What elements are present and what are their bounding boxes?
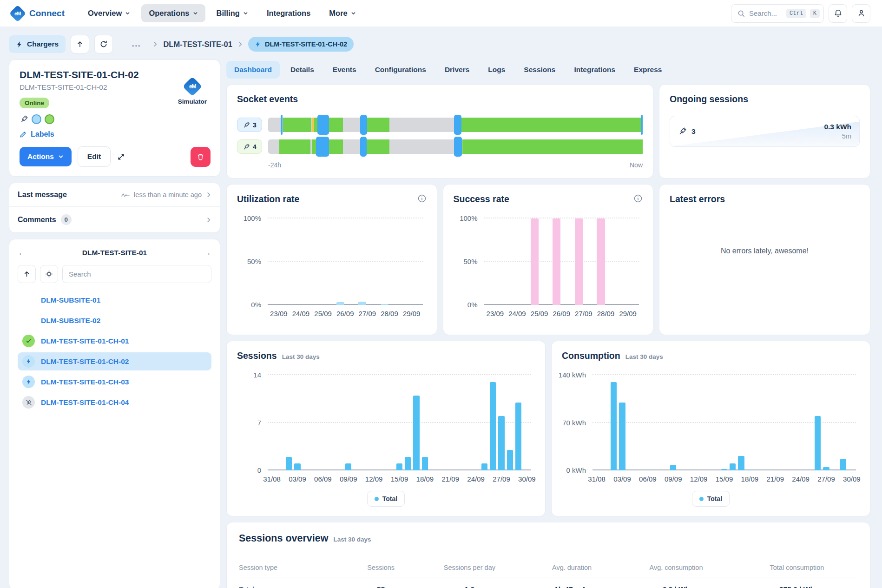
tab-configurations[interactable]: Configurations (367, 61, 434, 79)
legend-label: Total (382, 495, 397, 502)
actions-button[interactable]: Actions (20, 147, 72, 166)
x-axis-label: 18/09 (416, 475, 434, 483)
tab-express[interactable]: Express (626, 61, 670, 79)
tree-item-dlm-test-site-01-ch-02[interactable]: DLM-TEST-SITE-01-CH-02 (18, 352, 211, 370)
x-axis-label: 26/09 (553, 310, 570, 317)
tree-up-button[interactable] (18, 265, 36, 283)
tab-sessions[interactable]: Sessions (516, 61, 563, 79)
breadcrumb-site-link[interactable]: DLM-TEST-SITE-01 (163, 40, 232, 49)
nav-item-overview[interactable]: Overview (80, 4, 138, 22)
gridline: 14 (268, 374, 531, 375)
chart-bar (345, 463, 351, 470)
chart-bar (619, 403, 625, 470)
charging-gun-icon (678, 127, 687, 136)
notifications-button[interactable] (829, 4, 847, 23)
bolt-icon (22, 376, 35, 388)
socket-segment-green (462, 139, 643, 154)
x-axis-label: 12/09 (365, 475, 383, 483)
axis-end-label: Now (630, 161, 643, 169)
breadcrumb-ellipsis[interactable]: ... (132, 40, 141, 48)
sessions-overview-table: Session typeSessionsSessions per dayAvg.… (239, 559, 858, 588)
legend-item-total[interactable]: Total (692, 491, 730, 507)
tab-dashboard[interactable]: Dashboard (226, 61, 280, 79)
chart-bar (730, 463, 736, 470)
y-axis-label: 0% (251, 301, 261, 309)
expand-button[interactable] (117, 152, 125, 161)
ongoing-session-item[interactable]: 3 0.3 kWh 5m (670, 116, 860, 147)
nav-item-billing[interactable]: Billing (209, 4, 256, 22)
delete-button[interactable] (191, 147, 211, 167)
dashboard-row-2: Utilization rate 0%50%100%23/0924/0925/0… (226, 184, 870, 335)
x-axis-label: 27/09 (575, 310, 592, 317)
edit-button[interactable]: Edit (78, 146, 111, 167)
socket-number: 4 (253, 143, 257, 151)
search-input[interactable] (749, 9, 783, 17)
left-column: DLM-TEST-SITE-01-CH-02 DLM-TEST-SITE-01-… (9, 59, 220, 588)
refresh-button[interactable] (94, 35, 113, 53)
y-axis-label: 140 kWh (559, 371, 586, 379)
tab-logs[interactable]: Logs (480, 61, 513, 79)
chart-title: Success rate (454, 194, 509, 205)
tree-list: DLM-SUBSITE-01DLM-SUBSITE-02DLM-TEST-SIT… (18, 291, 211, 411)
gridline: 100% (268, 218, 423, 218)
nav-item-operations[interactable]: Operations (141, 4, 205, 22)
tree-item-dlm-test-site-01-ch-04[interactable]: DLM-TEST-SITE-01-CH-04 (18, 393, 211, 411)
info-icon[interactable] (417, 194, 427, 203)
crosshair-icon (45, 270, 53, 278)
global-search[interactable]: Ctrl K (731, 4, 824, 23)
x-axis-label: 21/09 (766, 475, 784, 483)
legend-dot (699, 497, 704, 501)
socket-chip-3[interactable]: 3 (237, 118, 262, 132)
chart-bar (575, 218, 583, 305)
last-message-row[interactable]: Last message less than a minute ago (9, 183, 220, 206)
tab-details[interactable]: Details (283, 61, 322, 79)
nav-item-label: Operations (149, 9, 189, 18)
navigate-up-button[interactable] (71, 35, 89, 53)
chargers-button[interactable]: Chargers (9, 35, 66, 53)
socket-segment-blue (454, 115, 461, 135)
account-button[interactable] (852, 4, 870, 23)
chart-plot: 0%50%100% (484, 218, 639, 305)
socket-segment-blue (360, 137, 367, 157)
tree-prev-button[interactable]: ← (18, 248, 26, 258)
pencil-icon (20, 131, 26, 138)
legend-item-total[interactable]: Total (367, 491, 405, 507)
tree-search-input[interactable] (62, 265, 211, 283)
nav-item-integrations[interactable]: Integrations (259, 4, 318, 22)
chart-subtitle: Last 30 days (282, 353, 320, 360)
overview-column-session-type: Session type (239, 559, 350, 577)
user-icon (857, 9, 866, 18)
gridline: 140 kWh (592, 374, 856, 375)
socket-chip-4[interactable]: 4 (237, 139, 262, 154)
comments-label: Comments (18, 216, 56, 224)
chart-bar (553, 218, 560, 305)
tab-events[interactable]: Events (325, 61, 364, 79)
kbd-k: K (810, 9, 820, 18)
tree-next-button[interactable]: → (203, 248, 211, 258)
tree-locate-button[interactable] (40, 265, 58, 283)
labels-link[interactable]: Labels (20, 130, 210, 139)
errors-empty-message: No errors lately, awesome! (670, 205, 860, 325)
tab-drivers[interactable]: Drivers (437, 61, 477, 79)
tree-item-dlm-test-site-01-ch-03[interactable]: DLM-TEST-SITE-01-CH-03 (18, 373, 211, 391)
tree-item-dlm-test-site-01-ch-01[interactable]: DLM-TEST-SITE-01-CH-01 (18, 332, 211, 350)
socket-segment-blue (281, 115, 283, 135)
nav-item-label: More (329, 9, 347, 18)
x-axis-label: 23/09 (270, 310, 288, 317)
nav-item-more[interactable]: More (322, 4, 363, 22)
tree-item-dlm-subsite-02[interactable]: DLM-SUBSITE-02 (18, 311, 211, 330)
tree-item-dlm-subsite-01[interactable]: DLM-SUBSITE-01 (18, 291, 211, 309)
socket-segment-green (367, 118, 389, 132)
app-logo[interactable]: eM Connect (12, 7, 65, 20)
overview-cell: 6.8 kWh (616, 577, 736, 588)
comments-row[interactable]: Comments 0 (9, 206, 220, 232)
tab-integrations[interactable]: Integrations (566, 61, 623, 79)
chart-bar (531, 218, 539, 305)
chart-bar (490, 382, 496, 470)
ongoing-socket-number: 3 (691, 127, 696, 136)
tree-item-label: DLM-TEST-SITE-01-CH-03 (41, 378, 129, 386)
breadcrumb-current-charger[interactable]: DLM-TEST-SITE-01-CH-02 (248, 37, 354, 52)
x-axis-label: 03/09 (289, 475, 306, 483)
info-icon[interactable] (633, 194, 643, 203)
tree-item-spacer (22, 294, 35, 306)
